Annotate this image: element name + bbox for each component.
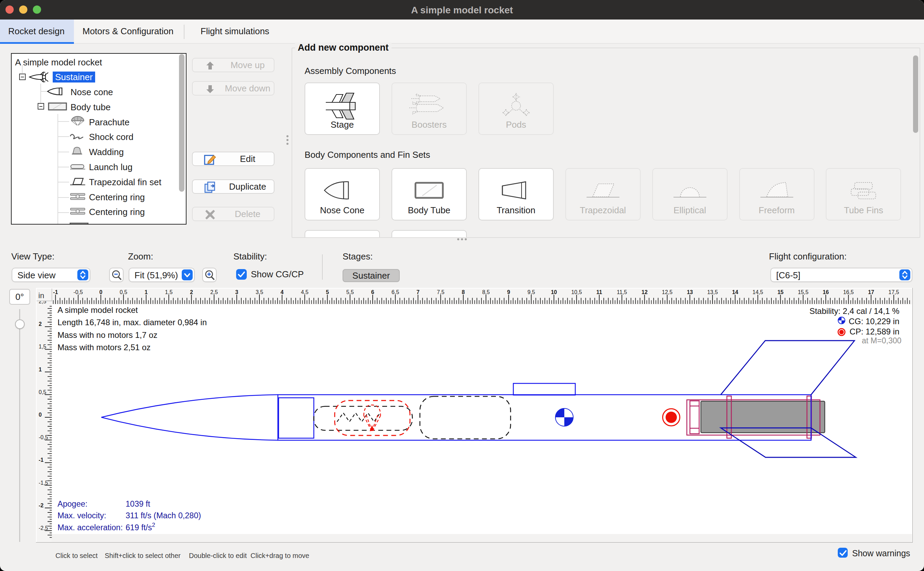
- svg-text:3,5: 3,5: [256, 289, 263, 295]
- svg-text:Mass with no motors 1,7 oz: Mass with no motors 1,7 oz: [57, 330, 157, 340]
- svg-text:17: 17: [868, 289, 875, 295]
- svg-text:-1: -1: [38, 457, 43, 463]
- svg-text:CG: 10,229 in: CG: 10,229 in: [849, 316, 899, 326]
- svg-text:1039 ft: 1039 ft: [126, 500, 150, 508]
- svg-text:in: in: [38, 291, 44, 300]
- svg-text:15,5: 15,5: [798, 289, 808, 295]
- svg-text:0,5: 0,5: [120, 289, 127, 295]
- svg-text:Apogee:: Apogee:: [57, 500, 88, 508]
- svg-text:4,5: 4,5: [301, 289, 308, 295]
- svg-text:-2,5: -2,5: [38, 525, 48, 531]
- svg-text:4: 4: [280, 289, 284, 295]
- svg-text:6,5: 6,5: [391, 289, 399, 295]
- svg-text:6: 6: [371, 289, 374, 295]
- svg-text:14: 14: [732, 289, 738, 295]
- svg-text:Stability: 2,4 cal / 14,1 %: Stability: 2,4 cal / 14,1 %: [809, 306, 899, 316]
- svg-text:1: 1: [145, 289, 148, 295]
- svg-text:311 ft/s (Mach 0,280): 311 ft/s (Mach 0,280): [126, 511, 201, 520]
- svg-text:Max. acceleration:: Max. acceleration:: [57, 523, 123, 532]
- svg-text:3: 3: [235, 289, 238, 295]
- svg-text:1,5: 1,5: [38, 344, 46, 350]
- svg-text:9: 9: [507, 289, 510, 295]
- svg-text:14,5: 14,5: [753, 289, 763, 295]
- svg-text:A simple model rocket: A simple model rocket: [57, 306, 138, 315]
- svg-text:7: 7: [416, 289, 420, 295]
- svg-text:CP: 12,589 in: CP: 12,589 in: [850, 327, 899, 336]
- svg-text:-1,5: -1,5: [38, 480, 48, 486]
- svg-text:-1: -1: [53, 289, 58, 295]
- svg-text:Length 16,748 in, max. diamete: Length 16,748 in, max. diameter 0,984 in: [57, 318, 207, 327]
- svg-text:619 ft/s2: 619 ft/s2: [126, 522, 156, 532]
- svg-text:10,5: 10,5: [571, 289, 582, 295]
- svg-text:0: 0: [38, 412, 42, 418]
- svg-text:5,5: 5,5: [346, 289, 354, 295]
- svg-text:Max. velocity:: Max. velocity:: [57, 511, 106, 520]
- svg-text:5: 5: [326, 289, 329, 295]
- svg-text:8: 8: [462, 289, 465, 295]
- svg-text:12: 12: [642, 289, 648, 295]
- svg-text:-2: -2: [38, 503, 43, 508]
- svg-text:11,5: 11,5: [617, 289, 627, 295]
- svg-text:2,5: 2,5: [210, 289, 218, 295]
- svg-text:at M=0,300: at M=0,300: [862, 336, 901, 345]
- svg-text:8,5: 8,5: [482, 289, 490, 295]
- svg-text:1: 1: [38, 367, 42, 372]
- svg-text:0: 0: [99, 289, 102, 295]
- svg-text:2: 2: [190, 289, 193, 295]
- svg-text:13: 13: [687, 289, 693, 295]
- svg-text:-0,5: -0,5: [38, 434, 48, 440]
- svg-text:0,5: 0,5: [38, 389, 46, 395]
- svg-text:-0,5: -0,5: [74, 289, 83, 295]
- svg-text:10: 10: [551, 289, 557, 295]
- svg-text:1,5: 1,5: [165, 289, 172, 295]
- svg-text:11: 11: [596, 289, 602, 295]
- svg-text:15: 15: [778, 289, 784, 295]
- svg-text:13,5: 13,5: [707, 289, 718, 295]
- svg-text:2: 2: [38, 321, 42, 327]
- svg-text:12,5: 12,5: [662, 289, 673, 295]
- svg-text:7,5: 7,5: [437, 289, 444, 295]
- svg-text:16: 16: [823, 289, 829, 295]
- svg-text:17,5: 17,5: [889, 289, 899, 295]
- svg-text:16,5: 16,5: [843, 289, 854, 295]
- svg-text:9,5: 9,5: [527, 289, 535, 295]
- svg-text:Mass with motors 2,51 oz: Mass with motors 2,51 oz: [57, 343, 151, 352]
